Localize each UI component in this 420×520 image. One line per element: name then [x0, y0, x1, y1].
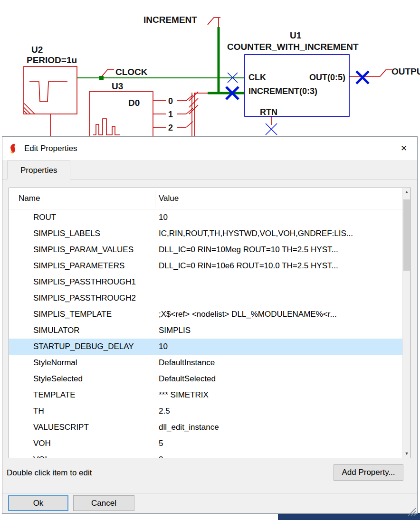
property-row[interactable]: ROUT10	[9, 209, 402, 226]
table-scrollbar[interactable]: ▲ ▼	[402, 188, 410, 458]
property-name: TH	[9, 403, 159, 419]
ok-button[interactable]: Ok	[8, 495, 68, 511]
screen: INCREMENT U2 PERIOD=1u CLOCK U3 D0 U1 CO…	[0, 0, 420, 520]
u1-pin-clk: CLK	[248, 73, 266, 82]
schematic-canvas[interactable]: INCREMENT U2 PERIOD=1u CLOCK U3 D0 U1 CO…	[0, 0, 420, 139]
property-value: IC,RIN,ROUT,TH,HYSTWD,VOL,VOH,GNDREF:LIS…	[159, 226, 402, 242]
property-name: SIMPLIS_PARAMETERS	[9, 258, 159, 274]
properties-rows: ROUT10 SIMPLIS_LABELSIC,RIN,ROUT,TH,HYST…	[9, 209, 402, 458]
u2-param-label[interactable]: PERIOD=1u	[27, 55, 77, 65]
u1-pin-rtn: RTN	[260, 107, 277, 117]
property-value: 2.5	[159, 403, 402, 419]
property-name: VOL	[9, 452, 159, 458]
property-value: DefaultSelected	[159, 371, 402, 387]
column-header-value[interactable]: Value	[159, 194, 179, 203]
u3-d0-label[interactable]: D0	[128, 98, 140, 108]
u1-name-label[interactable]: COUNTER_WITH_INCREMENT	[227, 42, 359, 52]
property-value: 5	[159, 435, 402, 452]
edit-properties-dialog: Edit Properties ✕ Properties Name Value …	[2, 136, 418, 514]
property-name: SIMPLIS_PASSTHROUGH1	[9, 274, 159, 290]
property-value: DefaultInstance	[159, 355, 402, 371]
property-name: TEMPLATE	[9, 387, 159, 403]
property-value: ;X$<ref> <nodelist> DLL_%MODULENAME%<r..…	[159, 306, 402, 322]
property-name: StyleSelected	[9, 371, 159, 387]
tab-properties[interactable]: Properties	[7, 161, 70, 180]
u2-ref-label[interactable]: U2	[31, 45, 43, 55]
column-header-name[interactable]: Name	[19, 194, 40, 203]
property-row[interactable]: StyleNormalDefaultInstance	[9, 355, 402, 371]
properties-table: Name Value ROUT10 SIMPLIS_LABELSIC,RIN,R…	[9, 188, 411, 458]
u3-ref-label[interactable]: U3	[112, 81, 123, 91]
net-label-clock[interactable]: CLOCK	[115, 67, 148, 77]
property-row[interactable]: SIMPLIS_PASSTHROUGH1	[9, 274, 402, 290]
hint-text: Double click item to edit	[7, 468, 92, 478]
bus-bit-0: 0	[168, 96, 173, 106]
property-name: STARTUP_DEBUG_DELAY	[9, 339, 159, 355]
dialog-title: Edit Properties	[24, 144, 77, 153]
property-row[interactable]: StyleSelectedDefaultSelected	[9, 371, 402, 387]
resize-grip[interactable]	[406, 506, 416, 516]
property-name: SIMPLIS_PASSTHROUGH2	[9, 290, 159, 306]
property-row[interactable]: SIMPLIS_PASSTHROUGH2	[9, 290, 402, 306]
net-label-increment[interactable]: INCREMENT	[143, 15, 197, 25]
bus-bit-2: 2	[168, 123, 173, 132]
scroll-up-icon[interactable]: ▲	[403, 188, 410, 196]
property-value	[159, 290, 402, 306]
simetrix-logo-icon	[8, 143, 19, 154]
dialog-titlebar[interactable]: Edit Properties ✕	[2, 137, 417, 160]
property-row[interactable]: VOH5	[9, 435, 402, 452]
add-property-button[interactable]: Add Property...	[334, 464, 403, 481]
table-header: Name Value	[9, 188, 402, 209]
property-value: SIMPLIS	[159, 322, 402, 339]
property-name: SIMPLIS_PARAM_VALUES	[9, 242, 159, 258]
u1-pin-out: OUT(0:5)	[309, 73, 345, 82]
close-icon[interactable]: ✕	[397, 142, 410, 155]
property-row[interactable]: TH2.5	[9, 403, 402, 419]
property-name: SIMPLIS_LABELS	[9, 226, 159, 242]
property-row[interactable]: VOL0	[9, 452, 402, 458]
property-value: *** SIMETRIX	[159, 387, 402, 403]
property-row[interactable]: SIMPLIS_PARAM_VALUESDLL_IC=0 RIN=10Meg R…	[9, 242, 402, 258]
scrollbar-thumb[interactable]	[403, 199, 410, 271]
property-value: DLL_IC=0 RIN=10Meg ROUT=10 TH=2.5 HYST..…	[159, 242, 402, 258]
property-value: dll_edit_instance	[159, 419, 402, 435]
property-value: 10	[159, 209, 402, 226]
property-value: 0	[159, 452, 402, 458]
property-value: 10	[159, 339, 402, 355]
property-name: SIMPLIS_TEMPLATE	[9, 306, 159, 322]
property-name: VOH	[9, 435, 159, 452]
property-name: StyleNormal	[9, 355, 159, 371]
net-label-output[interactable]: OUTPUT	[391, 66, 420, 76]
property-name: VALUESCRIPT	[9, 419, 159, 435]
property-value: DLL_IC=0 RIN=10e6 ROUT=10.0 TH=2.5 HYST.…	[159, 258, 402, 274]
property-row[interactable]: SIMPLIS_PARAMETERSDLL_IC=0 RIN=10e6 ROUT…	[9, 258, 402, 274]
property-row[interactable]: SIMPLIS_TEMPLATE;X$<ref> <nodelist> DLL_…	[9, 306, 402, 322]
cancel-button[interactable]: Cancel	[73, 495, 134, 511]
property-row[interactable]: TEMPLATE*** SIMETRIX	[9, 387, 402, 403]
property-value	[159, 274, 402, 290]
background-window-strip	[278, 513, 420, 520]
property-row[interactable]: SIMULATORSIMPLIS	[9, 322, 402, 339]
property-row[interactable]: VALUESCRIPTdll_edit_instance	[9, 419, 402, 435]
property-row[interactable]: STARTUP_DEBUG_DELAY10	[9, 339, 402, 355]
property-row[interactable]: SIMPLIS_LABELSIC,RIN,ROUT,TH,HYSTWD,VOL,…	[9, 226, 402, 242]
connection-markers	[226, 71, 369, 135]
property-name: ROUT	[9, 209, 159, 226]
property-name: SIMULATOR	[9, 322, 159, 339]
scroll-down-icon[interactable]: ▼	[403, 450, 410, 458]
u1-ref-label[interactable]: U1	[290, 30, 302, 40]
column-divider	[155, 190, 155, 207]
u1-pin-increment: INCREMENT(0:3)	[248, 86, 317, 96]
bus-bit-1: 1	[168, 110, 173, 119]
tab-bar: Properties	[2, 160, 417, 180]
footer-separator	[2, 493, 417, 494]
green-nets[interactable]	[77, 27, 244, 94]
